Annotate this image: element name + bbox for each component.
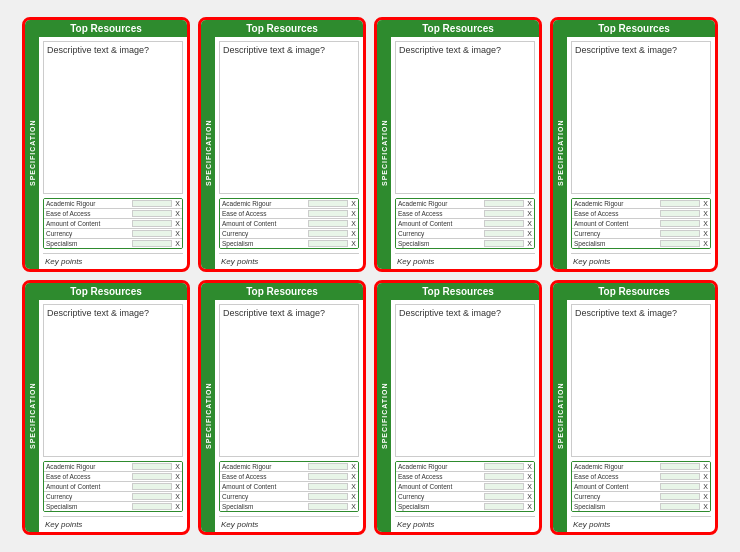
- spec-x-mark: X: [173, 230, 182, 237]
- specification-label: SPECIFICATION: [377, 300, 391, 532]
- spec-row: Academic RigourX: [220, 462, 358, 472]
- spec-row: Academic RigourX: [220, 199, 358, 209]
- spec-x-mark: X: [173, 463, 182, 470]
- spec-table: Academic RigourXEase of AccessXAmount of…: [43, 198, 183, 249]
- spec-x-mark: X: [173, 473, 182, 480]
- spec-label: Specialism: [396, 239, 484, 248]
- spec-bar: [308, 200, 348, 207]
- spec-bar: [132, 240, 172, 247]
- spec-row: SpecialismX: [44, 239, 182, 248]
- card-content-area: Descriptive text & image?Academic Rigour…: [215, 300, 363, 532]
- spec-x-mark: X: [349, 200, 358, 207]
- card-header: Top Resources: [25, 283, 187, 300]
- spec-row: CurrencyX: [572, 229, 710, 239]
- spec-bar: [484, 210, 524, 217]
- spec-row: CurrencyX: [396, 229, 534, 239]
- spec-row: SpecialismX: [572, 502, 710, 511]
- spec-table: Academic RigourXEase of AccessXAmount of…: [219, 198, 359, 249]
- card-content-area: Descriptive text & image?Academic Rigour…: [567, 37, 715, 269]
- spec-table: Academic RigourXEase of AccessXAmount of…: [395, 461, 535, 512]
- spec-label: Specialism: [572, 502, 660, 511]
- spec-x-mark: X: [701, 240, 710, 247]
- spec-x-mark: X: [173, 483, 182, 490]
- spec-bar: [308, 483, 348, 490]
- spec-bar: [660, 473, 700, 480]
- spec-row: Academic RigourX: [396, 462, 534, 472]
- spec-label: Academic Rigour: [396, 199, 484, 208]
- spec-row: Ease of AccessX: [572, 209, 710, 219]
- spec-row: CurrencyX: [44, 492, 182, 502]
- spec-bar: [308, 503, 348, 510]
- spec-row: Ease of AccessX: [220, 209, 358, 219]
- card-header: Top Resources: [201, 20, 363, 37]
- spec-label: Currency: [396, 492, 484, 501]
- spec-label: Currency: [220, 492, 308, 501]
- spec-x-mark: X: [701, 220, 710, 227]
- spec-x-mark: X: [349, 230, 358, 237]
- card-content-area: Descriptive text & image?Academic Rigour…: [391, 300, 539, 532]
- spec-table: Academic RigourXEase of AccessXAmount of…: [571, 198, 711, 249]
- spec-row: Academic RigourX: [44, 199, 182, 209]
- spec-bar: [132, 230, 172, 237]
- spec-label: Amount of Content: [220, 219, 308, 228]
- description-box: Descriptive text & image?: [43, 304, 183, 457]
- spec-row: SpecialismX: [44, 502, 182, 511]
- spec-bar: [484, 230, 524, 237]
- spec-row: CurrencyX: [220, 229, 358, 239]
- spec-label: Specialism: [44, 239, 132, 248]
- spec-row: SpecialismX: [220, 502, 358, 511]
- spec-label: Ease of Access: [396, 209, 484, 218]
- spec-row: Academic RigourX: [44, 462, 182, 472]
- spec-label: Specialism: [572, 239, 660, 248]
- spec-x-mark: X: [173, 220, 182, 227]
- spec-bar: [660, 240, 700, 247]
- key-points: Key points: [571, 253, 711, 269]
- spec-bar: [660, 493, 700, 500]
- spec-row: Amount of ContentX: [44, 482, 182, 492]
- spec-x-mark: X: [525, 473, 534, 480]
- spec-label: Currency: [220, 229, 308, 238]
- spec-row: Amount of ContentX: [572, 482, 710, 492]
- spec-label: Currency: [572, 229, 660, 238]
- card-header: Top Resources: [553, 283, 715, 300]
- specification-label: SPECIFICATION: [201, 300, 215, 532]
- spec-row: SpecialismX: [396, 239, 534, 248]
- spec-label: Academic Rigour: [44, 199, 132, 208]
- spec-row: Ease of AccessX: [396, 472, 534, 482]
- spec-label: Academic Rigour: [572, 462, 660, 471]
- card-body: SPECIFICATIONDescriptive text & image?Ac…: [553, 37, 715, 269]
- spec-x-mark: X: [525, 493, 534, 500]
- spec-label: Specialism: [220, 502, 308, 511]
- description-box: Descriptive text & image?: [43, 41, 183, 194]
- spec-bar: [660, 483, 700, 490]
- card-header: Top Resources: [553, 20, 715, 37]
- card-6: Top ResourcesSPECIFICATIONDescriptive te…: [374, 280, 542, 535]
- spec-x-mark: X: [173, 493, 182, 500]
- spec-x-mark: X: [173, 200, 182, 207]
- spec-bar: [484, 493, 524, 500]
- card-header: Top Resources: [201, 283, 363, 300]
- spec-label: Ease of Access: [44, 209, 132, 218]
- spec-row: Ease of AccessX: [44, 472, 182, 482]
- card-body: SPECIFICATIONDescriptive text & image?Ac…: [25, 37, 187, 269]
- spec-row: Ease of AccessX: [44, 209, 182, 219]
- key-points: Key points: [395, 253, 535, 269]
- spec-x-mark: X: [525, 463, 534, 470]
- spec-label: Specialism: [220, 239, 308, 248]
- card-body: SPECIFICATIONDescriptive text & image?Ac…: [377, 300, 539, 532]
- spec-bar: [308, 230, 348, 237]
- card-content-area: Descriptive text & image?Academic Rigour…: [39, 300, 187, 532]
- spec-x-mark: X: [173, 240, 182, 247]
- spec-bar: [660, 230, 700, 237]
- card-body: SPECIFICATIONDescriptive text & image?Ac…: [25, 300, 187, 532]
- card-7: Top ResourcesSPECIFICATIONDescriptive te…: [550, 280, 718, 535]
- description-box: Descriptive text & image?: [571, 41, 711, 194]
- spec-row: CurrencyX: [220, 492, 358, 502]
- key-points: Key points: [43, 516, 183, 532]
- spec-label: Amount of Content: [572, 219, 660, 228]
- spec-x-mark: X: [701, 463, 710, 470]
- spec-bar: [660, 200, 700, 207]
- card-content-area: Descriptive text & image?Academic Rigour…: [215, 37, 363, 269]
- specification-label: SPECIFICATION: [377, 37, 391, 269]
- spec-row: CurrencyX: [44, 229, 182, 239]
